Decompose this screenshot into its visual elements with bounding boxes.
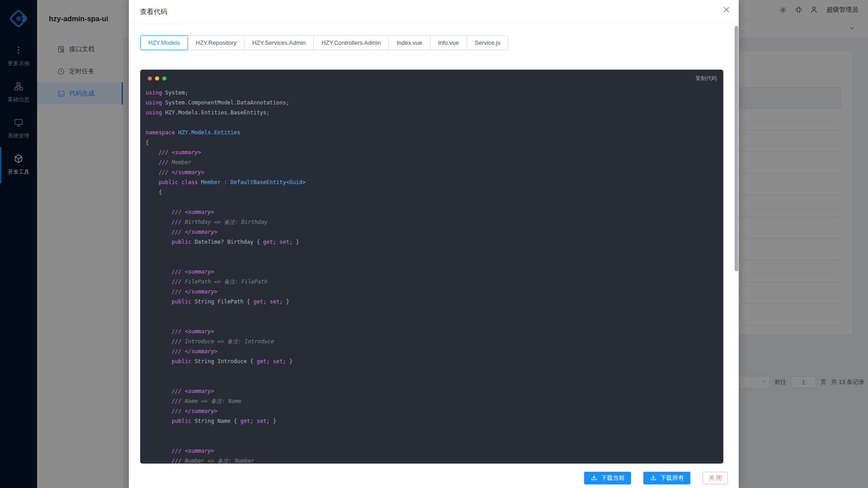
- code-token: DefaultBaseEntity<Guid>: [231, 179, 306, 185]
- code-token: namespace: [146, 129, 175, 136]
- code-token: Member: [172, 159, 191, 166]
- download-all-label: 下载所有: [660, 474, 684, 482]
- tab-hzy-repository[interactable]: HZY.Repository: [188, 35, 245, 50]
- code-line: public DateTime? Birthday { get; set; }: [146, 237, 723, 247]
- red-dot: [148, 76, 152, 81]
- code-token: /// <summary>: [146, 209, 214, 215]
- code-line: [146, 118, 723, 128]
- green-dot: [162, 76, 166, 81]
- code-line: /// FilePath => 备注: FilePath: [146, 277, 723, 287]
- code-window: 复制代码 using System;using System.Component…: [140, 70, 723, 464]
- code-token: ///: [146, 398, 185, 404]
- code-token: System.ComponentModel.DataAnnotations;: [162, 99, 289, 106]
- code-token: HZY.Models.Entities: [175, 129, 241, 136]
- copy-code-button[interactable]: 复制代码: [695, 75, 717, 82]
- code-line: /// </summary>: [146, 167, 723, 177]
- code-line: [146, 247, 723, 257]
- code-line: /// <summary>: [146, 267, 723, 277]
- code-line: /// Member: [146, 157, 723, 167]
- code-token: public: [146, 239, 191, 245]
- code-line: /// </summary>: [146, 346, 723, 356]
- code-token: ;: [266, 358, 273, 365]
- code-pre: using System;using System.ComponentModel…: [140, 87, 723, 464]
- screen: 更多示例基础信息系统管理开发工具 hzy-admin-spa-ui 接口文档定时…: [0, 0, 868, 488]
- code-token: public: [146, 358, 191, 365]
- dialog-title: 查看代码: [140, 8, 167, 16]
- code-token: DateTime? Birthday {: [191, 239, 263, 245]
- yellow-dot: [155, 76, 159, 81]
- tab-info-vue[interactable]: Info.vue: [430, 35, 467, 50]
- code-token: HZY.Models.Entities.BaseEntitys;: [162, 109, 269, 116]
- code-token: public: [146, 298, 191, 305]
- code-line: /// Name => 备注: Name: [146, 396, 723, 406]
- code-line: /// <summary>: [146, 327, 723, 336]
- code-line: /// </summary>: [146, 227, 723, 237]
- dialog-footer: 下载当前 下载所有 关 闭: [129, 468, 739, 488]
- code-token: ; }: [266, 418, 276, 424]
- code-token: String Name {: [191, 418, 240, 424]
- code-line: namespace HZY.Models.Entities: [146, 128, 723, 137]
- code-token: /// <summary>: [146, 149, 201, 156]
- code-token: /// </summary>: [146, 348, 217, 355]
- dialog-scrollbar-thumb[interactable]: [735, 26, 738, 271]
- code-token: String Introduce {: [191, 358, 257, 365]
- code-token: get: [257, 358, 267, 365]
- code-token: set: [270, 298, 280, 305]
- close-button[interactable]: 关 闭: [703, 472, 728, 484]
- code-token: ; }: [279, 298, 289, 305]
- download-current-label: 下载当前: [601, 474, 624, 482]
- code-token: Birthday => 备注: Birthday: [185, 219, 268, 225]
- code-token: /// </summary>: [146, 169, 204, 175]
- download-icon: [591, 474, 597, 482]
- tab-hzy-models[interactable]: HZY.Models: [140, 35, 188, 50]
- code-token: ///: [146, 458, 185, 464]
- code-line: using System.ComponentModel.DataAnnotati…: [146, 98, 723, 108]
- code-line: [146, 426, 723, 436]
- code-token: Introduce => 备注: Introduce: [185, 338, 274, 345]
- code-line: [146, 257, 723, 267]
- code-token: :: [221, 179, 231, 185]
- code-line: public String FilePath { get; set; }: [146, 297, 723, 307]
- code-line: /// <summary>: [146, 207, 723, 217]
- code-token: /// </summary>: [146, 229, 217, 235]
- code-line: [146, 436, 723, 446]
- code-token: get: [253, 298, 263, 305]
- code-token: /// </summary>: [146, 289, 217, 295]
- code-token: set: [273, 358, 283, 365]
- tab-hzy-services-admin[interactable]: HZY.Services.Admin: [244, 35, 314, 50]
- download-all-button[interactable]: 下载所有: [643, 472, 690, 484]
- code-line: /// Birthday => 备注: Birthday: [146, 217, 723, 227]
- code-token: ;: [273, 239, 279, 245]
- tab-service-js[interactable]: Service.js: [467, 35, 508, 50]
- download-current-button[interactable]: 下载当前: [584, 472, 631, 484]
- code-token: ;: [263, 298, 269, 305]
- code-line: /// <summary>: [146, 446, 723, 456]
- code-token: /// <summary>: [146, 448, 214, 454]
- code-token: using: [146, 109, 162, 116]
- code-token: ///: [146, 219, 185, 225]
- code-line: [146, 197, 723, 207]
- code-line: /// </summary>: [146, 287, 723, 297]
- code-token: /// <summary>: [146, 388, 214, 394]
- code-line: /// <summary>: [146, 147, 723, 157]
- code-token: set: [257, 418, 267, 424]
- dialog-body: HZY.ModelsHZY.RepositoryHZY.Services.Adm…: [129, 24, 739, 464]
- tab-hzy-controllers-admin[interactable]: HZY.Controllers.Admin: [313, 35, 389, 50]
- code-token: Number => 备注: Number: [185, 458, 255, 464]
- code-token: set: [279, 239, 289, 245]
- code-line: public String Name { get; set; }: [146, 416, 723, 426]
- code-line: /// </summary>: [146, 406, 723, 416]
- tab-index-vue[interactable]: Index.vue: [388, 35, 430, 50]
- code-token: String FilePath {: [191, 298, 253, 305]
- code-line: /// Introduce => 备注: Introduce: [146, 336, 723, 346]
- close-button-label: 关 闭: [708, 474, 722, 482]
- download-icon: [650, 474, 656, 482]
- code-token: using: [146, 90, 162, 96]
- code-line: [146, 317, 723, 327]
- close-icon[interactable]: ×: [722, 5, 731, 14]
- code-token: /// <summary>: [146, 269, 214, 275]
- code-line: [146, 366, 723, 376]
- code-token: Member: [198, 179, 221, 185]
- code-token: ///: [146, 159, 172, 166]
- code-line: using System;: [146, 88, 723, 98]
